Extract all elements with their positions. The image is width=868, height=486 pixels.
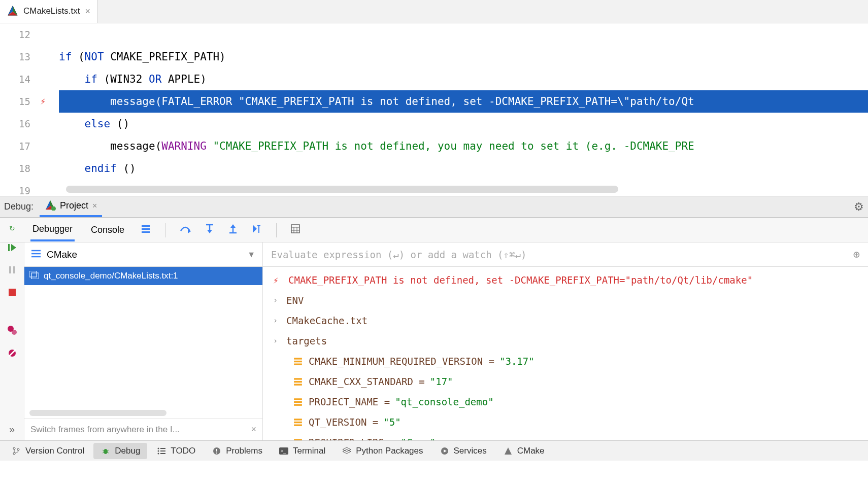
svg-marker-17	[230, 224, 236, 228]
step-over-icon[interactable]	[180, 224, 191, 236]
run-to-cursor-icon[interactable]	[252, 224, 262, 236]
frame-label: qt_console_demo/CMakeLists.txt:1	[44, 271, 178, 281]
add-watch-icon[interactable]: ⊕	[853, 248, 860, 261]
mute-breakpoints-icon[interactable]	[7, 348, 17, 361]
svg-rect-30	[13, 266, 15, 273]
cmake-icon	[45, 199, 56, 212]
svg-rect-53	[294, 439, 302, 440]
variable-row[interactable]: QT_VERSION = "5"	[263, 412, 868, 432]
gutter: 12131415⚡16171819	[0, 23, 51, 196]
variable-row[interactable]: ›ENV	[263, 290, 868, 310]
svg-rect-50	[294, 419, 302, 420]
tool-terminal[interactable]: >_ Terminal	[272, 443, 332, 459]
cmake-icon	[503, 446, 513, 456]
stack-icon	[29, 271, 39, 282]
tab-console[interactable]: Console	[89, 220, 126, 240]
threads-icon[interactable]	[141, 224, 151, 236]
svg-marker-19	[253, 225, 257, 233]
svg-rect-31	[9, 289, 16, 296]
debug-left-rail: »	[0, 242, 24, 440]
horizontal-scrollbar[interactable]	[66, 186, 618, 193]
evaluate-input[interactable]: Evaluate expression (↵) or add a watch (…	[263, 242, 868, 267]
packages-icon	[342, 446, 352, 456]
svg-rect-43	[294, 364, 302, 365]
resume-icon[interactable]	[7, 242, 17, 255]
tab-debugger[interactable]: Debugger	[30, 219, 75, 241]
svg-rect-52	[294, 425, 302, 426]
variable-row[interactable]: CMAKE_CXX_STANDARD = "17"	[263, 371, 868, 392]
step-out-icon[interactable]	[228, 224, 238, 236]
step-into-icon[interactable]	[205, 224, 214, 236]
close-icon[interactable]: ×	[251, 424, 256, 435]
view-breakpoints-icon[interactable]	[7, 325, 17, 338]
svg-rect-27	[8, 244, 10, 251]
bottom-tool-bar: Version Control Debug TODO Problems >_ T…	[0, 440, 868, 461]
eval-placeholder: Evaluate expression (↵) or add a watch (…	[271, 249, 526, 260]
svg-rect-47	[294, 398, 302, 400]
more-icon[interactable]: »	[9, 424, 15, 435]
horizontal-scrollbar[interactable]	[29, 410, 166, 416]
pause-icon[interactable]	[8, 265, 17, 277]
svg-point-66	[158, 450, 159, 452]
rerun-icon[interactable]: ↻	[9, 224, 15, 232]
variable-row[interactable]: CMAKE_MINIMUM_REQUIRED_VERSION = "3.17"	[263, 351, 868, 371]
svg-point-56	[13, 447, 15, 449]
frames-dropdown[interactable]: CMake ▼	[24, 242, 262, 267]
variable-row[interactable]: PROJECT_NAME = "qt_console_demo"	[263, 392, 868, 412]
svg-point-68	[158, 453, 159, 454]
tool-version-control[interactable]: Version Control	[4, 443, 91, 459]
svg-rect-51	[294, 422, 302, 423]
close-icon[interactable]: ×	[92, 201, 97, 211]
debug-body: » CMake ▼ qt_console_demo/CMakeLists.txt…	[0, 242, 868, 440]
file-tab[interactable]: CMakeLists.txt ×	[0, 0, 98, 23]
chevron-down-icon: ▼	[247, 250, 255, 259]
play-icon	[440, 446, 450, 456]
warning-icon	[212, 446, 222, 456]
tool-debug[interactable]: Debug	[93, 443, 147, 459]
svg-line-63	[107, 453, 109, 453]
tool-problems[interactable]: Problems	[205, 443, 270, 459]
svg-point-57	[13, 453, 15, 455]
list-icon	[31, 249, 41, 260]
separator	[276, 223, 277, 237]
tool-todo[interactable]: TODO	[149, 443, 203, 459]
debug-panel-header: Debug: Project × ⚙	[0, 196, 868, 218]
svg-rect-45	[294, 381, 302, 383]
frames-panel: CMake ▼ qt_console_demo/CMakeLists.txt:1…	[24, 242, 263, 440]
stop-icon[interactable]	[8, 287, 16, 299]
svg-point-58	[17, 448, 19, 450]
variables-list[interactable]: ⚡CMAKE_PREFIX_PATH is not defined, set -…	[263, 267, 868, 440]
svg-point-33	[12, 330, 17, 335]
svg-rect-10	[142, 228, 150, 230]
tool-services[interactable]: Services	[432, 443, 494, 459]
close-icon[interactable]: ×	[85, 6, 90, 17]
frame-item[interactable]: qt_console_demo/CMakeLists.txt:1	[24, 267, 262, 285]
separator	[165, 223, 165, 237]
tool-python-packages[interactable]: Python Packages	[335, 443, 430, 459]
svg-rect-72	[216, 453, 217, 454]
calculator-icon[interactable]	[291, 224, 300, 236]
svg-rect-39	[29, 271, 37, 277]
code-editor[interactable]: 12131415⚡16171819 if (NOT CMAKE_PREFIX_P…	[0, 23, 868, 196]
tool-cmake[interactable]: CMake	[496, 443, 552, 459]
fold-column	[51, 23, 59, 196]
svg-line-62	[103, 453, 104, 453]
terminal-icon: >_	[279, 446, 289, 456]
variable-row[interactable]: REQUIRED_LIBS = "Core"	[263, 432, 868, 440]
frames-hint: Switch frames from anywhere in the I... …	[24, 418, 262, 440]
svg-rect-40	[31, 273, 39, 279]
debug-session-tab[interactable]: Project ×	[40, 196, 102, 217]
variable-row[interactable]: ⚡CMAKE_PREFIX_PATH is not defined, set -…	[263, 270, 868, 290]
svg-rect-42	[294, 361, 302, 362]
variables-panel: Evaluate expression (↵) or add a watch (…	[263, 242, 868, 440]
variable-row[interactable]: ›targets	[263, 331, 868, 351]
cmake-icon	[7, 5, 18, 18]
svg-marker-79	[505, 447, 512, 455]
variable-row[interactable]: ›CMakeCache.txt	[263, 310, 868, 331]
svg-point-64	[158, 447, 159, 449]
code-area[interactable]: if (NOT CMAKE_PREFIX_PATH) if (WIN32 OR …	[59, 23, 868, 196]
list-icon	[156, 446, 166, 456]
bug-icon	[101, 446, 111, 456]
svg-marker-28	[11, 244, 16, 251]
gear-icon[interactable]: ⚙	[854, 200, 864, 214]
